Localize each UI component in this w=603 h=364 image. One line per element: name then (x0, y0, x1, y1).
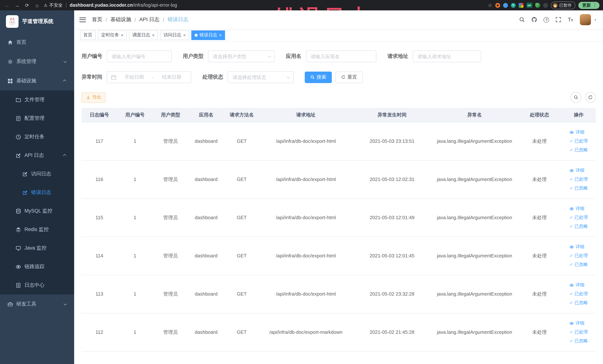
toggle-search-button[interactable] (570, 92, 581, 103)
request-url-input[interactable] (413, 50, 481, 62)
sidebar-item-config-management[interactable]: 配置管理 (0, 109, 74, 128)
mark-processed-link[interactable]: ✓已处理 (570, 291, 588, 297)
close-icon[interactable]: × (152, 33, 155, 37)
tab-home[interactable]: 首页 (80, 30, 96, 40)
cell-method: GET (224, 122, 259, 160)
user-id-input[interactable] (107, 50, 172, 62)
row-actions: 详细 ✓已处理 ✓已忽略 (570, 282, 588, 306)
detail-link[interactable]: 详细 (570, 205, 584, 212)
tab-schedule-log[interactable]: 调度日志 × (129, 30, 158, 40)
back-button[interactable]: ← (4, 2, 10, 9)
sidebar-item-mysql-monitor[interactable]: MySQL 监控 (0, 202, 74, 220)
sidebar-item-trace[interactable]: 链路追踪 (0, 257, 74, 276)
user-type-select-input[interactable] (208, 50, 275, 62)
extension-icon-grid[interactable] (519, 3, 523, 8)
reload-button[interactable]: ⟳ (24, 2, 30, 9)
sidebar-item-java-monitor[interactable]: Java 监控 (0, 239, 74, 257)
detail-link[interactable]: 详细 (570, 129, 584, 135)
mark-ignored-link[interactable]: ✓已忽略 (570, 338, 588, 344)
eye-icon (570, 206, 574, 211)
mark-processed-link[interactable]: ✓已处理 (570, 253, 588, 259)
close-icon[interactable]: × (183, 33, 186, 37)
extension-icon-on[interactable]: on (526, 3, 532, 8)
detail-label: 详细 (576, 205, 584, 212)
refresh-table-button[interactable] (585, 92, 596, 103)
process-status-select-input[interactable] (228, 71, 294, 83)
sidebar-item-home[interactable]: 首页 (0, 33, 74, 52)
cell-actions: 详细 ✓已处理 ✓已忽略 (562, 237, 596, 275)
address-bar[interactable]: dashboard.yudao.iocoder.cn/infra/log/api… (70, 3, 485, 8)
extension-icon-paw[interactable] (543, 3, 548, 8)
mark-ignored-link[interactable]: ✓已忽略 (570, 185, 588, 191)
browser-menu-icon[interactable]: ⋮ (593, 3, 597, 8)
breadcrumb-item-home[interactable]: 首页 (92, 16, 102, 23)
sidebar-item-dev-tools[interactable]: 研发工具 (0, 294, 74, 314)
sidebar-item-error-logs[interactable]: 错误日志 (0, 183, 74, 202)
mark-ignored-link[interactable]: ✓已忽略 (570, 300, 588, 306)
browser-home-button[interactable]: ⌂ (34, 2, 40, 9)
mark-processed-link[interactable]: ✓已处理 (570, 329, 588, 335)
user-avatar[interactable] (580, 14, 591, 25)
main-area: 首页 / 基础设施 / API 日志 / 错误日志 ? ▾ (74, 10, 603, 364)
fullscreen-button[interactable] (556, 17, 561, 23)
breadcrumb-item-api-logs[interactable]: API 日志 (139, 16, 160, 23)
sidebar-item-log-center[interactable]: 日志中心 (0, 276, 74, 294)
detail-link[interactable]: 详细 (570, 320, 584, 326)
tab-scheduled-task[interactable]: 定时任务 × (98, 30, 127, 40)
extension-icon-blue[interactable] (503, 3, 508, 8)
bookmark-star-icon[interactable]: ☆ (488, 2, 492, 8)
help-button[interactable]: ? (544, 17, 549, 23)
check-icon: ✓ (570, 339, 573, 343)
sidebar-item-system-management[interactable]: 系统管理 (0, 52, 74, 71)
tab-error-log[interactable]: 错误日志 × (191, 30, 225, 40)
reset-button[interactable]: 重置 (336, 71, 363, 83)
sidebar-item-file-management[interactable]: 文件管理 (0, 91, 74, 109)
extension-icon-orange[interactable] (495, 3, 500, 8)
process-status-select[interactable] (228, 71, 294, 83)
tab-access-log[interactable]: 访问日志 × (160, 30, 189, 40)
sidebar-item-api-logs[interactable]: API 日志 (0, 146, 74, 165)
update-button[interactable]: 更新 ⋮ (578, 2, 599, 9)
font-size-button[interactable] (568, 17, 574, 23)
close-icon[interactable]: × (219, 33, 222, 37)
forward-button[interactable]: → (14, 2, 20, 9)
extension-icon-teal[interactable]: Y (511, 3, 515, 8)
app-name-input[interactable] (306, 50, 376, 62)
extension-icon-leaf[interactable] (535, 3, 540, 8)
hamburger-menu-button[interactable] (79, 17, 86, 22)
field-label: 异常时间 (81, 74, 102, 81)
cell-exception-time: 2021-05-03 23:13:51 (352, 122, 432, 160)
check-icon: ✓ (570, 224, 573, 228)
filter-exception-time: 异常时间 开始日期 - 结束日期 (81, 71, 191, 83)
app-logo[interactable]: 芋道管理系统 (0, 10, 74, 33)
cell-log-id: 113 (81, 275, 117, 313)
mark-ignored-link[interactable]: ✓已忽略 (570, 261, 588, 268)
mark-ignored-link[interactable]: ✓已忽略 (570, 223, 588, 230)
search-button[interactable] (519, 17, 525, 23)
search-submit-button[interactable]: 搜索 (305, 71, 332, 83)
exception-time-range-picker[interactable]: 开始日期 - 结束日期 (107, 71, 191, 83)
sidebar-item-redis-monitor[interactable]: Redis 监控 (0, 220, 74, 239)
mark-processed-link[interactable]: ✓已处理 (570, 138, 588, 144)
sidebar-item-infrastructure[interactable]: 基础设施 (0, 71, 74, 91)
breadcrumb-item-infrastructure[interactable]: 基础设施 (110, 16, 131, 23)
sidebar-item-access-logs[interactable]: 访问日志 (0, 165, 74, 183)
cell-process-status: 未处理 (517, 122, 562, 160)
github-button[interactable] (532, 17, 537, 23)
export-button[interactable]: 导出 (81, 92, 106, 103)
mark-ignored-link[interactable]: ✓已忽略 (570, 147, 588, 153)
detail-link[interactable]: 详细 (570, 244, 584, 250)
calendar-icon (111, 74, 116, 80)
layers-icon (16, 227, 21, 232)
chevron-down-icon[interactable]: ▾ (594, 18, 596, 22)
mark-processed-link[interactable]: ✓已处理 (570, 214, 588, 221)
sidebar-item-scheduled-tasks[interactable]: 定时任务 (0, 128, 74, 146)
security-chip[interactable]: ⚠ 不安全 (44, 2, 63, 8)
cell-user-type: 管理员 (153, 313, 188, 351)
detail-link[interactable]: 详细 (570, 282, 584, 288)
user-type-select[interactable] (208, 50, 275, 62)
mark-processed-link[interactable]: ✓已处理 (570, 176, 588, 182)
detail-link[interactable]: 详细 (570, 167, 584, 174)
close-icon[interactable]: × (121, 33, 123, 37)
paused-badge[interactable]: 已暂停 (551, 1, 575, 9)
